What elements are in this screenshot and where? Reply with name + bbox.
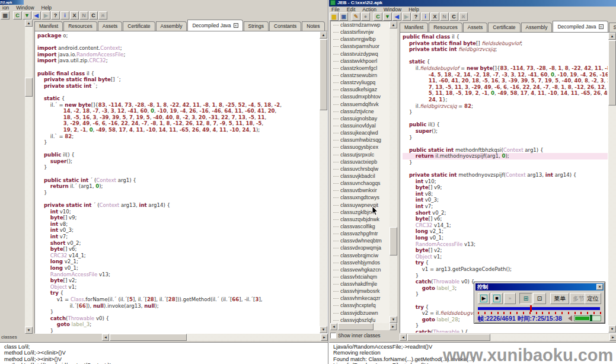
toolbar-button-dropdown-icon[interactable]: ▼ (383, 12, 392, 21)
scroll-left-icon[interactable]: ◄ (102, 334, 109, 341)
tree-item-classtvuizdypwq[interactable]: classtvuizdypwq (331, 50, 390, 58)
menu-item-file[interactable]: File (331, 7, 340, 12)
tab-manifest[interactable]: Manifest (34, 21, 63, 31)
control-panel-titlebar[interactable]: 控制 × (475, 283, 604, 290)
menu-item-window[interactable]: Window (384, 7, 401, 12)
toolbar-button-back-icon[interactable]: ◀ (32, 11, 41, 20)
player-control-panel[interactable]: 控制 × ▶ ■ » ⊞ ⊡ 菜单 多节 定位 帧:2226/4691 时间:7… (474, 282, 605, 324)
volume-handle[interactable] (590, 315, 592, 321)
tab-strings[interactable]: Strings (609, 23, 616, 32)
left-code-pane[interactable]: package o; import android.content.Contex… (34, 31, 328, 334)
tab-manifest[interactable]: Manifest (400, 23, 428, 32)
left-window-titlebar[interactable]: 2\2.apk (0, 0, 24, 5)
class-list[interactable]: classtrndzamvwpclasstsrfixvnjwclasstvnrg… (330, 21, 398, 324)
menu-button[interactable]: 菜单 (550, 293, 569, 304)
seek-bar[interactable] (478, 307, 600, 310)
tree-item-classuvjkbadcil[interactable]: classuvjkbadcil (331, 173, 390, 180)
tree-item-classtrndzamvwp[interactable]: classtrndzamvwp (331, 21, 390, 28)
tab-assembly[interactable]: Assembly (521, 23, 553, 32)
toolbar-button-grid-icon[interactable]: ▦ (1, 11, 9, 20)
tree-item-classvewhgkazcn[interactable]: classvewhgkazcn (331, 266, 390, 273)
tree-item-classuignolsbay[interactable]: classuignolsbay (331, 115, 390, 122)
scroll-thumb[interactable] (608, 40, 616, 106)
toolbar-button-help-icon[interactable]: ? (411, 12, 420, 21)
tree-item-classtvpamshuor[interactable]: classtvpamshuor (331, 43, 390, 50)
scroll-thumb[interactable] (407, 334, 490, 341)
tab-close-icon[interactable]: × (599, 24, 604, 29)
tree-item-classuywpnevqit[interactable]: classuywpnevqit (331, 202, 390, 209)
tab-resources[interactable]: Resources (63, 21, 97, 31)
tab-certificate[interactable]: Certificate (123, 21, 155, 31)
tree-item-classuxngdtcwys[interactable]: classuxngdtcwys (331, 194, 390, 201)
tab-strings[interactable]: Strings (244, 21, 269, 31)
toolbar-button-comment-icon[interactable]: C (449, 12, 458, 21)
tab-notes[interactable]: Notes (302, 21, 324, 31)
class-list-hscroll[interactable]: ◄ ► (330, 323, 397, 330)
tree-item-classvjqbszlqfu[interactable]: classvjqbszlqfu (331, 317, 390, 323)
tree-item-classtzsewubirn[interactable]: classtzsewubirn (331, 72, 390, 79)
toolbar-button-info-icon[interactable]: i (421, 12, 430, 21)
toolbar-button-rename-icon[interactable]: N (440, 12, 449, 21)
tree-item-classtsrfixvnjw[interactable]: classtsrfixvnjw (331, 28, 390, 36)
stop-button[interactable]: ■ (491, 293, 503, 304)
scroll-down-icon[interactable]: ▼ (25, 327, 33, 334)
scroll-right-icon[interactable]: ► (321, 334, 328, 341)
left-code-hscroll[interactable]: ◄ ► (102, 334, 328, 341)
scroll-thumb[interactable] (338, 323, 374, 330)
tree-item-classumhwbizsqg[interactable]: classumhwbizsqg (331, 136, 390, 143)
play-button[interactable]: ▶ (478, 293, 490, 304)
seek-position-marker[interactable] (530, 305, 532, 312)
toolbar-button-key-icon[interactable]: ● (361, 12, 370, 21)
scroll-up-icon[interactable]: ▲ (608, 33, 616, 40)
toolbar-button-save-icon[interactable]: ▣ (339, 12, 348, 21)
toolbar-button-close-x-icon[interactable]: X (430, 12, 439, 21)
tab-resources[interactable]: Resources (429, 23, 462, 32)
tab-close-icon[interactable]: × (234, 23, 238, 28)
volume-control[interactable] (568, 315, 601, 321)
tree-item-classuvnchaogqs[interactable]: classuvnchaogqs (331, 180, 390, 187)
scroll-down-icon[interactable]: ▼ (320, 326, 327, 333)
right-code-hscroll[interactable]: ◄ ► (400, 334, 616, 341)
tree-item-classuvactxiepb[interactable]: classuvactxiepb (331, 158, 390, 165)
tab-decompiled-java[interactable]: Decompiled Java× (553, 21, 608, 32)
scroll-thumb[interactable] (110, 334, 187, 341)
scroll-right-icon[interactable]: ► (609, 334, 616, 341)
tree-item-classutjsrpxolc[interactable]: classutjsrpxolc (331, 151, 390, 158)
tree-item-classtwvkhpoerl[interactable]: classtwvkhpoerl (331, 58, 390, 65)
toolbar-button-forward-icon[interactable]: ▶ (42, 11, 50, 20)
toolbar-button-delete-icon[interactable]: X (459, 12, 468, 21)
toolbar-button-forward-icon[interactable]: ▶ (402, 12, 411, 21)
menu-item-ion[interactable]: ion (2, 5, 9, 11)
volume-slider[interactable] (574, 315, 601, 321)
toolbar-button-help-icon[interactable]: ? (51, 11, 60, 20)
toolbar-button-open-folder-icon[interactable]: ▆ (330, 12, 339, 21)
scroll-thumb[interactable] (25, 78, 33, 97)
locate-button[interactable]: 定位 (585, 293, 601, 304)
fast-forward-button[interactable]: » (504, 293, 516, 304)
tab-assembly[interactable]: Assembly (156, 21, 187, 31)
menu-item-window[interactable]: Window (16, 5, 34, 11)
tree-item-classtzkoemfgcl[interactable]: classtzkoemfgcl (331, 65, 390, 72)
tab-assets[interactable]: Assets (463, 23, 488, 32)
tree-item-classuzqvbjdnwk[interactable]: classuzqvbjdnwk (331, 216, 390, 223)
scroll-down-icon[interactable]: ▼ (608, 325, 616, 333)
toolbar-button-tool-icon[interactable]: ✎ (352, 12, 360, 21)
scroll-down-icon[interactable]: ▼ (390, 316, 397, 323)
tree-item-classuinovfdyal[interactable]: classuinovfdyal (331, 122, 390, 129)
scroll-thumb[interactable] (390, 227, 397, 256)
tree-item-classtvnrgjwlbp[interactable]: classtvnrgjwlbp (331, 36, 390, 43)
toolbar-button-refresh-icon[interactable]: C (374, 12, 382, 21)
tab-decompiled-java[interactable]: Decompiled Java× (187, 20, 242, 31)
scroll-up-icon[interactable]: ▲ (320, 31, 327, 39)
tree-item-classvhmkecaqzr[interactable]: classvhmkecaqzr (331, 295, 390, 302)
tree-item-classvebrqjmciw[interactable]: classvebrqjmciw (331, 252, 390, 259)
tree-item-classvhakdfmjle[interactable]: classvhakdfmjle (331, 280, 390, 288)
tree-item-classuvchrsbqlw[interactable]: classuvchrsbqlw (331, 165, 390, 173)
tab-assets[interactable]: Assets (98, 21, 123, 31)
tree-item-classujkeacqlwd[interactable]: classujkeacqlwd (331, 129, 390, 136)
toolbar-button-rename-icon[interactable]: N (79, 11, 88, 20)
tree-item-classvjhcxptefq[interactable]: classvjhcxptefq (331, 302, 390, 309)
close-icon[interactable]: × (596, 284, 603, 290)
tree-item-classufztjvlcne[interactable]: classufztjvlcne (331, 108, 390, 115)
tree-item-classuogysbjcex[interactable]: classuogysbjcex (331, 143, 390, 151)
